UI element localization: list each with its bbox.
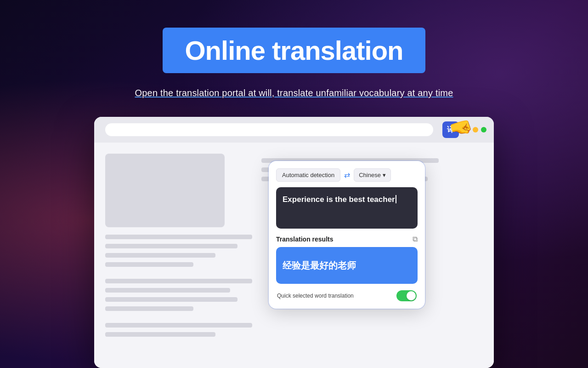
title-badge: Online translation — [163, 28, 425, 73]
browser-address-bar — [105, 123, 433, 136]
toggle-knob — [407, 291, 416, 300]
page-title: Online translation — [185, 35, 403, 66]
source-language-button[interactable]: Automatic detection — [276, 168, 340, 182]
browser-bar: 译 🤜 — [94, 117, 494, 143]
minimize-window-button[interactable] — [473, 127, 478, 132]
translation-result-area: 经验是最好的老师 — [276, 247, 418, 284]
content-line — [105, 253, 215, 258]
content-line — [105, 332, 215, 337]
translated-text: 经验是最好的老师 — [283, 259, 356, 272]
maximize-window-button[interactable] — [481, 127, 486, 132]
page-content-preview — [105, 154, 252, 357]
content-line — [105, 297, 237, 302]
content-line — [105, 262, 193, 267]
translate-icon-wrapper: 译 🤜 — [442, 121, 459, 138]
content-line — [105, 244, 237, 248]
content-line — [105, 288, 230, 293]
swap-languages-icon[interactable]: ⇄ — [344, 171, 350, 179]
content-line — [105, 323, 252, 328]
quick-toggle-switch[interactable] — [396, 290, 417, 301]
content-line — [105, 235, 252, 239]
translation-popup: Automatic detection ⇄ Chinese ▾ Experien… — [269, 161, 425, 309]
translation-results-label: Translation results — [276, 236, 333, 243]
chevron-down-icon: ▾ — [383, 172, 386, 178]
quick-toggle-row: Quick selected word translation — [276, 290, 418, 301]
browser-mockup: 译 🤜 — [94, 117, 494, 368]
target-language-select[interactable]: Chinese ▾ — [354, 168, 391, 182]
input-text: Experience is the best teacher — [283, 195, 395, 204]
close-window-button[interactable] — [464, 127, 470, 132]
language-selector-bar: Automatic detection ⇄ Chinese ▾ — [276, 168, 418, 182]
text-cursor — [396, 195, 396, 203]
content-line — [105, 279, 252, 283]
translation-input-area[interactable]: Experience is the best teacher — [276, 187, 418, 229]
copy-result-icon[interactable]: ⧉ — [413, 235, 418, 243]
page-subtitle: Open the translation portal at will, tra… — [135, 88, 453, 98]
browser-content: Automatic detection ⇄ Chinese ▾ Experien… — [94, 143, 494, 368]
browser-window-controls — [464, 127, 486, 132]
content-image-placeholder — [105, 154, 225, 227]
quick-toggle-label: Quick selected word translation — [277, 293, 354, 299]
translate-extension-button[interactable]: 译 — [442, 121, 459, 138]
translation-result-header: Translation results ⧉ — [276, 235, 418, 243]
content-line — [105, 306, 193, 311]
